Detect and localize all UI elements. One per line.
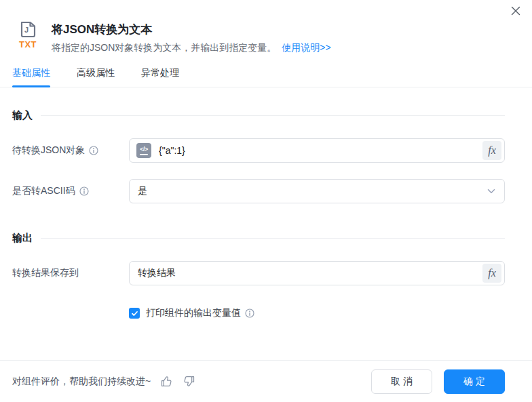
field-json-object: 待转换JSON对象 </> fx [12, 138, 505, 163]
usage-help-link[interactable]: 使用说明>> [282, 42, 330, 53]
thumbs-up-icon[interactable] [160, 375, 173, 388]
info-icon[interactable] [245, 308, 254, 318]
feedback-text: 对组件评价，帮助我们持续改进~ [12, 376, 151, 388]
chevron-down-icon [487, 186, 496, 196]
section-divider [41, 115, 505, 116]
print-output-row: 打印组件的输出变量值 [129, 307, 505, 319]
file-json-icon: J [18, 20, 38, 39]
icon-txt-label: TXT [15, 39, 41, 49]
json-object-input[interactable] [157, 144, 482, 157]
to-ascii-select[interactable]: 是 [129, 179, 505, 203]
cancel-button[interactable]: 取 消 [371, 369, 432, 394]
field-save-to: 转换结果保存到 fx [12, 261, 505, 285]
json-to-text-icon: J TXT [15, 20, 41, 54]
json-object-input-wrapper: </> fx [129, 138, 505, 163]
feedback-area: 对组件评价，帮助我们持续改进~ [12, 375, 195, 388]
section-output-title: 输出 [12, 232, 33, 245]
to-ascii-selected-value: 是 [138, 185, 147, 197]
section-output: 输出 [12, 232, 505, 245]
checkmark-icon [131, 310, 138, 317]
section-input-title: 输入 [12, 109, 33, 122]
tab-exception-handling[interactable]: 异常处理 [141, 67, 179, 87]
print-output-checkbox[interactable] [129, 308, 140, 319]
thumbs-down-icon[interactable] [183, 375, 195, 388]
section-input: 输入 [12, 109, 505, 122]
close-button[interactable] [509, 4, 522, 18]
save-to-input-wrapper: fx [129, 261, 505, 285]
close-icon [510, 5, 521, 16]
fx-expression-button[interactable]: fx [482, 141, 501, 160]
fx-expression-button[interactable]: fx [482, 264, 501, 283]
tab-basic-properties[interactable]: 基础属性 [12, 67, 50, 87]
info-icon[interactable] [89, 146, 98, 155]
dialog-subtitle: 将指定的JSON对象转换为文本，并输出到指定变量。 [52, 42, 276, 53]
print-output-label: 打印组件的输出变量值 [146, 307, 254, 319]
tab-advanced-properties[interactable]: 高级属性 [77, 67, 115, 87]
info-icon[interactable] [79, 186, 89, 196]
svg-text:J: J [24, 26, 28, 34]
field-json-object-label: 待转换JSON对象 [12, 144, 129, 157]
dialog-body: 输入 待转换JSON对象 </> fx 是否转ASCII码 [0, 109, 532, 319]
field-save-to-label: 转换结果保存到 [12, 267, 129, 279]
confirm-button[interactable]: 确 定 [444, 369, 505, 394]
property-tabs: 基础属性 高级属性 异常处理 [0, 67, 532, 87]
dialog-footer: 对组件评价，帮助我们持续改进~ 取 消 确 定 [0, 360, 532, 402]
section-divider [41, 238, 505, 239]
field-to-ascii: 是否转ASCII码 是 [12, 179, 505, 203]
field-to-ascii-label: 是否转ASCII码 [12, 185, 129, 197]
dialog-title: 将JSON转换为文本 [52, 22, 331, 37]
save-to-input[interactable] [136, 267, 482, 279]
footer-buttons: 取 消 确 定 [371, 369, 505, 394]
dialog-header: J TXT 将JSON转换为文本 将指定的JSON对象转换为文本，并输出到指定变… [0, 0, 532, 54]
code-expression-icon: </> [136, 143, 151, 158]
